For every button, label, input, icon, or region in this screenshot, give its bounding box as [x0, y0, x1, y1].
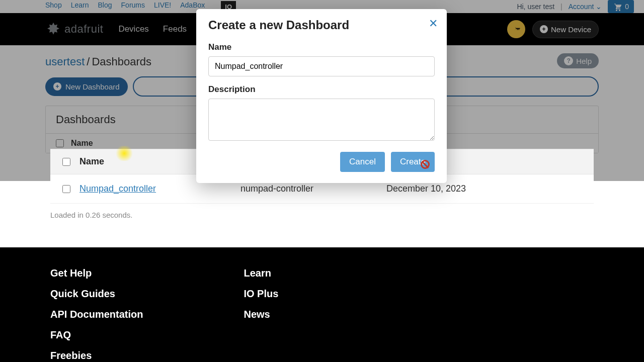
breadcrumb-page: Dashboards: [92, 55, 151, 68]
chevron-down-icon: ⌄: [596, 3, 602, 11]
close-icon[interactable]: ✕: [429, 18, 438, 29]
cart-button[interactable]: 0: [608, 0, 634, 13]
name-label: Name: [208, 42, 435, 52]
topnav-live[interactable]: LIVE!: [154, 1, 171, 13]
breadcrumb-user[interactable]: usertest: [45, 55, 85, 68]
topnav-forums[interactable]: Forums: [121, 1, 145, 13]
footer-link[interactable]: Freebies: [50, 350, 143, 361]
footer-link[interactable]: API Documentation: [50, 309, 143, 320]
cart-icon: [613, 2, 622, 11]
footer: Get Help Quick Guides API Documentation …: [0, 247, 644, 362]
footer-link[interactable]: FAQ: [50, 329, 143, 341]
row-checkbox[interactable]: [62, 185, 70, 193]
create-dashboard-modal: ✕ Create a new Dashboard Name Descriptio…: [196, 9, 447, 183]
key-icon: [512, 25, 521, 34]
footer-link[interactable]: Get Help: [50, 267, 143, 279]
new-device-button[interactable]: + New Device: [532, 21, 599, 38]
forbidden-cursor-icon: [421, 160, 430, 169]
tab-devices[interactable]: Devices: [118, 24, 148, 34]
plus-icon: +: [53, 82, 61, 90]
tab-feeds[interactable]: Feeds: [163, 24, 187, 34]
name-input[interactable]: [208, 56, 435, 76]
cart-count: 0: [625, 3, 629, 11]
footer-link[interactable]: Quick Guides: [50, 288, 143, 300]
row-key: numpad-controller: [240, 184, 386, 194]
select-all-checkbox[interactable]: [62, 158, 70, 166]
select-all-checkbox[interactable]: [56, 139, 64, 147]
greeting-text: Hi, user test: [517, 3, 554, 11]
create-button[interactable]: Create: [391, 152, 435, 172]
new-dashboard-button[interactable]: + New Dashboard: [45, 77, 128, 96]
logo[interactable]: adafruit: [45, 21, 103, 37]
load-time-text: Loaded in 0.26 seconds.: [0, 204, 644, 226]
dashboard-link[interactable]: Numpad_controller: [79, 184, 156, 194]
description-textarea[interactable]: [208, 99, 435, 141]
description-label: Description: [208, 84, 435, 95]
footer-link[interactable]: IO Plus: [244, 288, 278, 300]
cancel-button[interactable]: Cancel: [340, 152, 385, 172]
topnav-shop[interactable]: Shop: [45, 1, 62, 13]
help-button[interactable]: ? Help: [557, 53, 599, 68]
account-link[interactable]: Account ⌄: [569, 3, 602, 11]
flower-icon: [45, 21, 61, 37]
topnav-blog[interactable]: Blog: [98, 1, 112, 13]
footer-link[interactable]: News: [244, 309, 278, 320]
question-icon: ?: [564, 56, 573, 65]
api-key-button[interactable]: [507, 20, 525, 38]
divider: |: [560, 3, 562, 11]
plus-icon: +: [540, 25, 548, 33]
modal-title: Create a new Dashboard: [208, 18, 435, 32]
footer-link[interactable]: Learn: [244, 267, 278, 279]
row-created: December 10, 2023: [386, 184, 582, 194]
col-name: Name: [71, 139, 93, 148]
topnav-learn[interactable]: Learn: [71, 1, 89, 13]
